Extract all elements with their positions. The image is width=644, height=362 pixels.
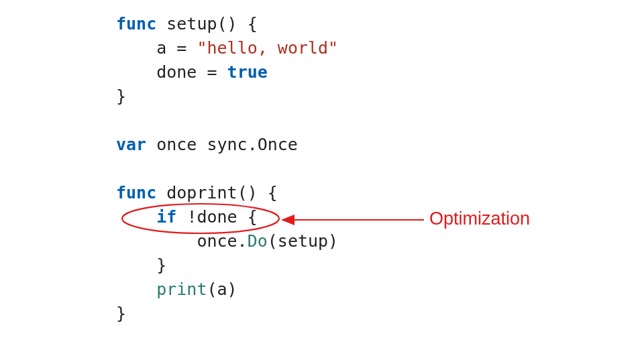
code-line: if !done {: [116, 205, 338, 229]
code-token: }: [116, 304, 126, 323]
code-token: print: [156, 280, 207, 299]
code-token: done =: [116, 62, 227, 82]
code-token: func: [116, 14, 156, 34]
code-line: var once sync.Once: [116, 133, 338, 157]
code-line: func setup() {: [116, 12, 338, 36]
code-token: [116, 207, 156, 227]
code-token: once sync.Once: [146, 135, 298, 154]
code-line: [116, 109, 338, 133]
code-token: }: [116, 86, 126, 106]
code-token: [116, 280, 156, 299]
code-line: func doprint() {: [116, 181, 338, 205]
code-token: doprint() {: [156, 183, 278, 202]
code-token: setup() {: [156, 14, 258, 34]
code-token: a =: [116, 38, 197, 58]
code-line: a = "hello, world": [116, 36, 338, 60]
code-line: }: [116, 253, 338, 278]
code-token: "hello, world": [197, 38, 338, 58]
code-line: }: [116, 84, 338, 109]
code-token: (a): [207, 280, 237, 299]
code-token: once.: [116, 231, 248, 251]
code-token: Do: [248, 231, 268, 251]
code-line: done = true: [116, 60, 338, 84]
code-block: func setup() { a = "hello, world" done =…: [116, 12, 338, 326]
code-line: }: [116, 302, 338, 326]
code-token: (setup): [268, 231, 338, 251]
code-token: true: [227, 62, 268, 82]
code-token: !done {: [176, 207, 257, 227]
code-token: var: [116, 135, 146, 154]
code-token: func: [116, 183, 156, 202]
code-line: [116, 157, 338, 181]
annotation-label: Optimization: [429, 208, 530, 229]
code-line: once.Do(setup): [116, 229, 338, 253]
code-token: }: [116, 255, 166, 275]
code-line: print(a): [116, 278, 338, 302]
code-token: if: [156, 207, 176, 227]
